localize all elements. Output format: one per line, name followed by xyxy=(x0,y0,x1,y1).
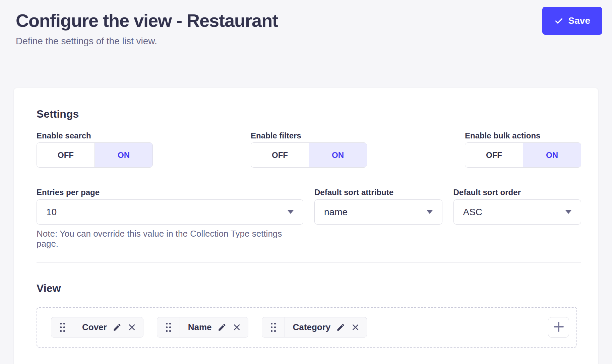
enable-bulk-actions-field: Enable bulk actions OFF ON xyxy=(465,131,581,168)
default-sort-order-value: ASC xyxy=(463,207,483,218)
edit-pencil-icon[interactable] xyxy=(113,323,122,332)
field-chip-name: Name xyxy=(157,317,248,338)
remove-x-icon[interactable] xyxy=(127,323,136,332)
configure-view-card: Settings Enable search OFF ON Enable fil… xyxy=(14,88,598,364)
page-subtitle: Define the settings of the list view. xyxy=(16,36,596,47)
enable-bulk-actions-toggle: OFF ON xyxy=(465,142,581,168)
entries-per-page-field: Entries per page 10 Note: You can overri… xyxy=(37,187,303,249)
add-field-button[interactable] xyxy=(548,317,569,338)
entries-per-page-value: 10 xyxy=(46,207,57,218)
field-chip-label: Cover xyxy=(82,322,107,332)
edit-pencil-icon[interactable] xyxy=(218,323,227,332)
page-header: Configure the view - Restaurant Define t… xyxy=(0,0,612,47)
enable-bulk-actions-off-option[interactable]: OFF xyxy=(465,143,523,167)
view-fields-dropzone: Cover Name xyxy=(37,307,577,348)
default-sort-attribute-label: Default sort attribute xyxy=(314,187,442,197)
remove-x-icon[interactable] xyxy=(232,323,241,332)
field-chip-category: Category xyxy=(262,317,367,338)
enable-search-toggle: OFF ON xyxy=(37,142,153,168)
enable-filters-on-option[interactable]: ON xyxy=(309,143,367,167)
default-sort-attribute-field: Default sort attribute name xyxy=(314,187,442,249)
enable-filters-label: Enable filters xyxy=(251,131,367,141)
field-chip-label: Name xyxy=(188,322,212,332)
drag-handle-icon[interactable] xyxy=(157,317,180,337)
settings-heading: Settings xyxy=(37,107,581,121)
enable-search-label: Enable search xyxy=(37,131,153,141)
view-heading: View xyxy=(37,282,581,295)
page-title: Configure the view - Restaurant xyxy=(16,9,596,32)
field-chip-body: Name xyxy=(180,322,248,332)
field-chip-cover: Cover xyxy=(51,317,143,338)
field-chip-body: Cover xyxy=(74,322,143,332)
chevron-down-icon xyxy=(288,210,294,214)
default-sort-attribute-select[interactable]: name xyxy=(314,199,442,225)
settings-toggle-row: Enable search OFF ON Enable filters OFF … xyxy=(37,131,581,168)
entries-per-page-label: Entries per page xyxy=(37,187,303,197)
enable-filters-field: Enable filters OFF ON xyxy=(251,131,367,168)
chevron-down-icon xyxy=(427,210,433,214)
enable-filters-toggle: OFF ON xyxy=(251,142,367,168)
enable-bulk-actions-label: Enable bulk actions xyxy=(465,131,581,141)
check-icon xyxy=(554,16,563,25)
section-divider xyxy=(37,262,581,263)
settings-select-row: Entries per page 10 Note: You can overri… xyxy=(37,187,581,249)
default-sort-order-label: Default sort order xyxy=(453,187,582,197)
remove-x-icon[interactable] xyxy=(351,323,360,332)
save-button[interactable]: Save xyxy=(542,7,602,35)
enable-search-on-option[interactable]: ON xyxy=(95,143,152,167)
drag-handle-icon[interactable] xyxy=(262,317,285,337)
chevron-down-icon xyxy=(565,210,571,214)
plus-icon xyxy=(553,321,564,333)
enable-search-off-option[interactable]: OFF xyxy=(37,143,95,167)
entries-per-page-note: Note: You can override this value in the… xyxy=(37,229,303,249)
drag-handle-icon[interactable] xyxy=(51,317,74,337)
default-sort-attribute-value: name xyxy=(324,207,348,218)
enable-search-field: Enable search OFF ON xyxy=(37,131,153,168)
field-chip-body: Category xyxy=(285,322,367,332)
enable-bulk-actions-on-option[interactable]: ON xyxy=(523,143,581,167)
save-button-label: Save xyxy=(568,15,590,26)
default-sort-order-select[interactable]: ASC xyxy=(453,199,582,225)
edit-pencil-icon[interactable] xyxy=(336,323,345,332)
field-chip-label: Category xyxy=(293,322,331,332)
enable-filters-off-option[interactable]: OFF xyxy=(251,143,309,167)
default-sort-order-field: Default sort order ASC xyxy=(453,187,582,249)
entries-per-page-select[interactable]: 10 xyxy=(37,199,303,225)
